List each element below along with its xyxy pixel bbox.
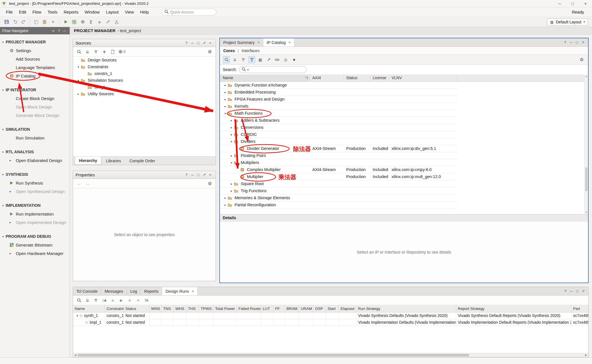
help-icon[interactable]: ? <box>184 41 189 45</box>
link-icon[interactable] <box>273 56 281 64</box>
dr-column-dsp[interactable]: DSP <box>313 305 326 312</box>
tree-arrow-icon[interactable]: ▾ <box>229 161 234 164</box>
search-icon[interactable] <box>75 48 83 56</box>
scrollbar-thumb[interactable] <box>78 354 469 356</box>
menu-flow[interactable]: Flow <box>29 8 45 16</box>
nav-item-open-hardware-manager[interactable]: ▸Open Hardware Manager <box>0 249 70 258</box>
float-icon[interactable]: ↗ <box>201 173 207 177</box>
nav-item-create-block-design[interactable]: Create Block Design <box>0 94 70 103</box>
dr-column-status[interactable]: Status <box>124 305 149 312</box>
tree-arrow-icon[interactable]: ▾ <box>76 79 81 82</box>
tab-design-runs[interactable]: Design Runs× <box>162 287 198 295</box>
maximize-icon[interactable]: □ <box>195 41 201 45</box>
dr-column-bram[interactable]: BRAM <box>285 305 299 312</box>
menu-window[interactable]: Window <box>81 8 103 16</box>
ip-row-complex-multiplier[interactable]: Complex MultiplierAXI4-StreamProductionI… <box>220 166 457 173</box>
nav-item-run-synthesis[interactable]: Run Synthesis <box>0 179 70 187</box>
tree-arrow-icon[interactable]: ▸ <box>76 92 81 96</box>
back-arrow-icon[interactable]: ← <box>75 180 83 188</box>
column-header-status[interactable]: Status <box>344 74 370 81</box>
tab-reports[interactable]: Reports <box>141 287 162 295</box>
close-button[interactable]: × <box>579 0 592 7</box>
help-icon[interactable]: ? <box>184 173 189 177</box>
vertical-scrollbar[interactable]: ▲ ▼ <box>584 74 588 214</box>
nav-item-open-implemented-design[interactable]: ▸Open Implemented Design <box>0 218 70 227</box>
dr-column-whs[interactable]: WHS <box>174 305 186 312</box>
tree-arrow-icon[interactable]: ▸ <box>223 196 228 199</box>
flow-nav-header-simulation[interactable]: ▾SIMULATION <box>0 125 70 134</box>
dr-column-uram[interactable]: URAM <box>299 305 313 312</box>
maximize-icon[interactable]: □ <box>574 289 580 293</box>
doc-icon[interactable] <box>109 48 117 56</box>
nav-item-run-implementation[interactable]: Run Implementation <box>0 210 70 218</box>
dr-column-tns[interactable]: TNS <box>162 305 174 312</box>
tree-arrow-icon[interactable]: ▸ <box>223 91 228 94</box>
ip-row-kernels[interactable]: ▸Kernels <box>220 103 457 110</box>
wrench-icon[interactable] <box>264 56 273 64</box>
scroll-down-icon[interactable]: ▼ <box>585 211 588 214</box>
target-icon[interactable]: ◎ <box>281 56 290 64</box>
tab-project-summary[interactable]: Project Summary× <box>220 38 263 46</box>
nav-item-generate-bitstream[interactable]: Generate Bitstream <box>0 241 70 249</box>
dr-column-constraints[interactable]: Constraints <box>105 305 124 312</box>
help-icon[interactable]: ? <box>56 29 62 33</box>
flow-nav-header-synthesis[interactable]: ▾SYNTHESIS <box>0 170 70 179</box>
ip-row-adders-subtracters[interactable]: ▸Adders & Subtracters <box>220 117 457 124</box>
source-item-simulation-sources[interactable]: ▾Simulation Sources <box>73 77 216 84</box>
tree-arrow-icon[interactable]: ▾ <box>75 312 80 319</box>
design-run-row-impl-1[interactable]: ▷impl_1constrs_1Not startedVivado Implem… <box>73 319 588 326</box>
flow-nav-header-program-and-debug[interactable]: ▾PROGRAM AND DEBUG <box>0 232 70 241</box>
nav-item-generate-block-design[interactable]: Generate Block Design <box>0 111 70 119</box>
search-icon[interactable] <box>75 296 83 304</box>
maximize-button[interactable]: □ <box>566 0 579 7</box>
grid-icon[interactable]: ▦ <box>256 56 264 64</box>
dr-column-ff[interactable]: FF <box>273 305 285 312</box>
column-header-vlnv[interactable]: VLNV <box>389 74 457 81</box>
scroll-up-icon[interactable]: ▲ <box>585 75 588 77</box>
tab-cores[interactable]: Cores <box>223 48 235 53</box>
flow-nav-header-implementation[interactable]: ▾IMPLEMENTATION <box>0 201 70 210</box>
tree-arrow-icon[interactable]: ▸ <box>229 189 234 192</box>
float-icon[interactable]: ↗ <box>580 289 586 293</box>
stop-icon[interactable]: ■ <box>290 56 298 64</box>
collapse-icon[interactable]: ⇊ <box>231 56 239 64</box>
tree-arrow-icon[interactable]: ▾ <box>76 65 81 68</box>
tree-arrow-icon[interactable]: ▸ <box>223 84 228 87</box>
add-icon[interactable]: + <box>100 48 109 56</box>
menu-view[interactable]: View <box>122 8 137 16</box>
float-icon[interactable]: ↗ <box>201 41 207 45</box>
percent-icon[interactable]: % <box>142 296 151 304</box>
undo-icon[interactable] <box>11 18 19 26</box>
close-icon[interactable]: × <box>288 40 291 45</box>
dr-column-total-power[interactable]: Total Power <box>213 305 237 312</box>
tree-arrow-icon[interactable]: ▾ <box>229 140 234 143</box>
maximize-icon[interactable]: □ <box>574 40 580 45</box>
flow-nav-header-project-manager[interactable]: ▾PROJECT MANAGER <box>0 38 70 46</box>
dr-column-ths[interactable]: THS <box>186 305 199 312</box>
ip-row-partial-reconfiguration[interactable]: ▸Partial Reconfiguration <box>220 201 457 208</box>
scroll-right-icon[interactable]: ▶ <box>584 353 588 357</box>
tree-arrow-icon[interactable]: ▸ <box>223 105 228 108</box>
paste-icon[interactable] <box>40 18 49 26</box>
nav-item-language-templates[interactable]: Language Templates <box>0 63 70 72</box>
source-item-sim-1[interactable]: sim_1 <box>73 84 216 90</box>
tab-compile-order[interactable]: Compile Order <box>125 157 159 165</box>
tab-log[interactable]: Log <box>127 287 141 295</box>
dr-column-wns[interactable]: WNS <box>149 305 162 312</box>
source-item-design-sources[interactable]: Design Sources <box>73 57 216 63</box>
dr-column-report-strategy[interactable]: Report Strategy <box>456 305 571 312</box>
ip-row-divider-generator[interactable]: Divider GeneratorAXI4-StreamProductionIn… <box>220 145 457 152</box>
gear-icon[interactable] <box>206 48 214 56</box>
quick-access-search[interactable] <box>162 9 217 15</box>
sigma-icon[interactable]: Σ <box>87 18 95 26</box>
menu-edit[interactable]: Edit <box>16 8 29 16</box>
tree-arrow-icon[interactable]: ▾ <box>223 112 228 115</box>
menu-tools[interactable]: Tools <box>45 8 61 16</box>
gear-icon[interactable] <box>577 56 586 64</box>
column-header-axi4[interactable]: AXI4 <box>310 74 344 81</box>
nav-item-run-simulation[interactable]: Run Simulation <box>0 134 70 142</box>
menu-icon[interactable]: ≡ <box>50 29 56 33</box>
run-icon[interactable] <box>61 18 70 26</box>
tab-messages[interactable]: Messages <box>101 287 127 295</box>
expand-icon[interactable]: ⇈ <box>92 296 100 304</box>
